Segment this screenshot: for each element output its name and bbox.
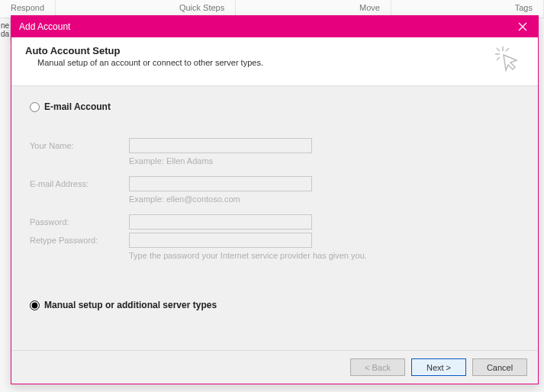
radio-email-account[interactable]: E-mail Account [30, 101, 520, 112]
background-left-fragment: ne da [0, 18, 11, 41]
your-name-hint: Example: Ellen Adams [129, 156, 520, 165]
svg-line-4 [497, 48, 500, 51]
dialog-body: E-mail Account Your Name: Example: Ellen… [11, 86, 538, 350]
svg-line-6 [497, 57, 500, 60]
radio-email-account-input[interactable] [30, 102, 40, 112]
svg-line-5 [506, 48, 509, 51]
radio-email-account-label: E-mail Account [44, 101, 111, 112]
cancel-button[interactable]: Cancel [472, 358, 527, 376]
radio-manual-setup[interactable]: Manual setup or additional server types [30, 300, 520, 310]
email-input [129, 176, 312, 191]
add-account-dialog: Add Account Auto Account Setup Manual se… [11, 15, 539, 384]
close-button[interactable] [507, 16, 538, 37]
password-label: Password: [30, 217, 129, 227]
close-icon [518, 22, 527, 31]
radio-manual-setup-input[interactable] [30, 300, 40, 310]
email-hint: Example: ellen@contoso.com [129, 194, 520, 204]
dialog-header: Auto Account Setup Manual setup of an ac… [11, 37, 538, 86]
header-subtitle: Manual setup of an account or connect to… [25, 56, 494, 67]
email-label: E-mail Address: [30, 179, 129, 188]
dialog-title: Add Account [19, 21, 507, 32]
back-button: < Back [350, 358, 405, 376]
next-button[interactable]: Next > [411, 358, 466, 376]
header-title: Auto Account Setup [25, 45, 494, 56]
radio-manual-setup-label: Manual setup or additional server types [44, 300, 217, 310]
email-form-area: Your Name: Example: Ellen Adams E-mail A… [30, 118, 520, 272]
cursor-click-icon [494, 45, 524, 75]
retype-password-input [129, 233, 312, 248]
your-name-label: Your Name: [30, 141, 129, 150]
password-hint: Type the password your Internet service … [129, 251, 520, 260]
retype-password-label: Retype Password: [30, 236, 129, 245]
your-name-input [129, 138, 312, 153]
password-input [129, 214, 312, 230]
dialog-footer: < Back Next > Cancel [11, 350, 538, 384]
dialog-titlebar: Add Account [11, 16, 538, 37]
